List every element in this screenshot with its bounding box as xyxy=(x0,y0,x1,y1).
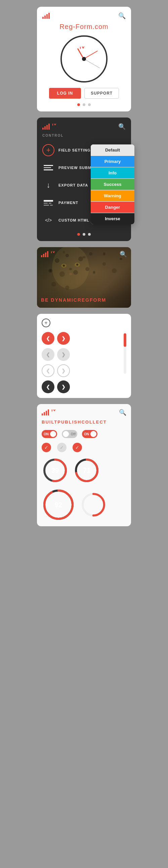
widgets-ff-logo: ˈ˅ xyxy=(51,409,56,416)
login-card: 🔍 Reg-Form.com ˈ˅ LOG IN SUPPORT xyxy=(37,7,131,112)
svg-point-9 xyxy=(85,267,89,271)
widgets-brand: ˈ˅ xyxy=(42,409,56,416)
brand-highlight: Reg xyxy=(59,23,73,30)
tagline2-suffix: COLLECT xyxy=(81,420,107,425)
payment-label: PAYMENT xyxy=(58,201,78,205)
widgets-signal-icon xyxy=(42,409,49,415)
toggle-on2[interactable]: ON xyxy=(82,430,97,438)
brand-title: Reg-Form.com xyxy=(42,23,126,31)
dropdown-item-primary[interactable]: Primary xyxy=(91,156,134,167)
second-hand xyxy=(84,59,100,68)
vertical-slider[interactable] xyxy=(124,333,126,374)
brand-suffix: -Form.com xyxy=(73,23,109,30)
custom-html-icon: </> xyxy=(42,214,54,226)
widgets-search-icon[interactable]: 🔍 xyxy=(119,409,126,416)
tagline-pre: BE DYNAMIC xyxy=(41,297,78,303)
svg-point-11 xyxy=(112,268,117,273)
dropdown-item-inverse[interactable]: Inverse xyxy=(91,213,134,224)
leopard-signal-icon xyxy=(41,251,48,257)
add-circle-icon: + xyxy=(42,144,54,156)
dropdown-item-warning[interactable]: Warning xyxy=(91,190,134,202)
login-top-bar: 🔍 xyxy=(42,12,126,20)
controls-top: + xyxy=(42,318,126,327)
signal-icon xyxy=(42,13,50,19)
arrow-left-light[interactable]: ❮ xyxy=(42,348,54,361)
arrow-right-light[interactable]: ❯ xyxy=(57,348,70,361)
arrow-right-dark[interactable]: ❯ xyxy=(57,380,70,393)
dot-3[interactable] xyxy=(88,103,91,106)
lines-icon xyxy=(44,165,53,170)
widgets-tagline: BUILTPUBLISHCOLLECT xyxy=(42,420,126,425)
clock-center xyxy=(82,57,86,61)
widgets-card: ˈ˅ 🔍 BUILTPUBLISHCOLLECT ON Off ON ✓ ✓ ✓ xyxy=(37,404,131,526)
dropdown-item-default[interactable]: Default xyxy=(91,145,134,156)
custom-html-label: CUSTOM HTML xyxy=(58,218,89,222)
circle-92-wrap: 92 xyxy=(42,488,75,522)
arrow-right-outline[interactable]: ❯ xyxy=(57,364,70,377)
circle-39-wrap: 39 xyxy=(42,457,69,484)
circle-half-wrap xyxy=(80,488,107,522)
control-dot-1[interactable] xyxy=(77,233,80,236)
tagline2-highlight: PUBLISH xyxy=(57,420,81,425)
search-icon[interactable]: 🔍 xyxy=(118,12,126,20)
arrow-left-red[interactable]: ❮ xyxy=(42,332,54,345)
arrow-left-outline[interactable]: ❮ xyxy=(42,364,54,377)
svg-point-12 xyxy=(51,282,56,286)
tagline-suffix: FORM xyxy=(90,297,106,303)
checkbox-2[interactable]: ✓ xyxy=(57,443,67,452)
field-setting-icon: + xyxy=(42,144,54,156)
dot-2[interactable] xyxy=(83,103,85,106)
control-dot-3[interactable] xyxy=(88,233,91,236)
toggles-row: ON Off ON xyxy=(42,430,126,438)
leopard-top-bar: ˈ˅ 🔍 xyxy=(41,250,127,258)
dot-1[interactable] xyxy=(77,103,80,106)
plus-button[interactable]: + xyxy=(42,318,50,327)
circle-39-text: 39 xyxy=(51,467,59,474)
export-label: EXPORT DATA xyxy=(58,183,88,187)
search-icon-dark[interactable]: 🔍 xyxy=(118,123,126,130)
dropdown-item-danger[interactable]: Danger xyxy=(91,202,134,213)
controls-layout: ❮ ❯ ❮ ❯ ❮ ❯ ❮ ❯ xyxy=(42,332,126,393)
svg-point-13 xyxy=(65,285,69,289)
checkboxes-row: ✓ ✓ ✓ xyxy=(42,443,126,452)
leopard-search-icon[interactable]: 🔍 xyxy=(120,250,127,258)
circle-71-text: 71 xyxy=(83,467,90,474)
arrow-right-red[interactable]: ❯ xyxy=(57,332,70,345)
login-buttons: LOG IN SUPPORT xyxy=(42,88,126,99)
toggle-on[interactable]: ON xyxy=(42,430,57,438)
svg-point-7 xyxy=(59,271,65,277)
dropdown-item-info[interactable]: Info xyxy=(91,167,134,179)
signal-icon-dark xyxy=(42,124,50,130)
arrow-row-red: ❮ ❯ xyxy=(42,332,120,345)
svg-point-8 xyxy=(73,270,78,275)
control-dot-2[interactable] xyxy=(83,233,85,236)
circle-half-svg xyxy=(80,491,107,518)
preview-icon xyxy=(42,162,54,174)
code-icon: </> xyxy=(45,217,52,223)
login-button[interactable]: LOG IN xyxy=(49,88,81,99)
checkbox-3[interactable]: ✓ xyxy=(73,443,82,452)
toggle-off-knob xyxy=(63,431,69,437)
svg-point-17 xyxy=(76,264,78,266)
arrow-left-dark[interactable]: ❮ xyxy=(42,380,54,393)
toggle-off-label: Off xyxy=(71,432,76,436)
circle-71-wrap: 71 xyxy=(73,457,100,484)
control-card: ˈ˅ 🔍 CONTROL + FIELD SETTING PREVIEW SUB… xyxy=(37,118,131,241)
payment-icon xyxy=(44,200,53,206)
leopard-tagline: BE DYNAMICREGFORM xyxy=(41,297,106,303)
leopard-brand: ˈ˅ xyxy=(41,250,55,258)
checkbox-1[interactable]: ✓ xyxy=(42,443,51,452)
tagline2-pre: BUILT xyxy=(42,420,57,425)
toggle-on2-knob xyxy=(90,431,96,437)
leopard-card: ˈ˅ 🔍 BE DYNAMICREGFORM xyxy=(37,247,131,308)
toggle-on-label: ON xyxy=(44,432,49,436)
dropdown-item-success[interactable]: Success xyxy=(91,179,134,190)
toggle-off[interactable]: Off xyxy=(62,430,77,438)
tagline-highlight: REG xyxy=(78,297,90,303)
progress-row: 39 71 xyxy=(42,457,126,484)
slider-thumb[interactable] xyxy=(124,333,126,347)
support-button[interactable]: SUPPORT xyxy=(84,88,119,99)
control-top-bar: ˈ˅ 🔍 xyxy=(42,123,126,130)
brand-logo-dark: ˈ˅ xyxy=(42,123,56,130)
clock: ˈ˅ xyxy=(60,35,108,83)
